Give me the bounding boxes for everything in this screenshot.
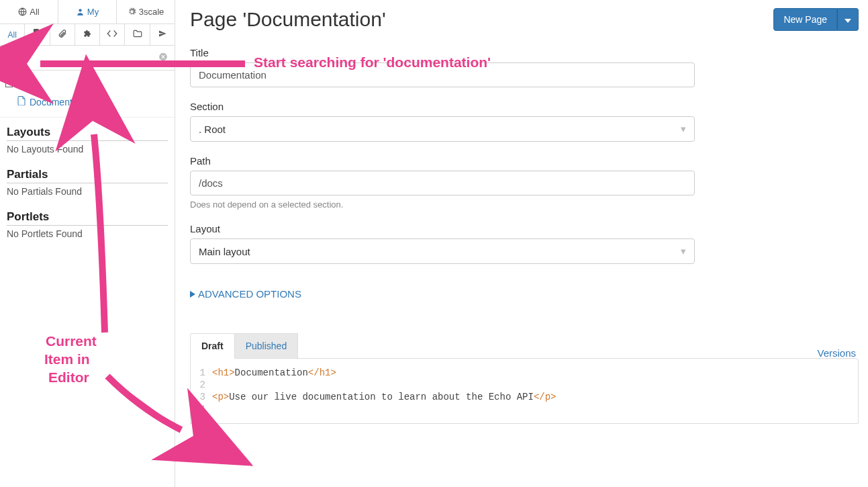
versions-link[interactable]: Versions [817, 347, 859, 359]
main-header: Page 'Documentation' New Page [190, 8, 859, 31]
code-editor[interactable]: 1 <h1>Documentation</h1> 2 3 <p>Use our … [190, 358, 859, 424]
field-layout: Layout Main layout ▾ [190, 223, 859, 264]
chevron-down-icon: ▾ [681, 245, 686, 257]
caret-down-icon [845, 15, 851, 25]
scope-tab-3scale[interactable]: 3scale [117, 0, 175, 24]
filter-tab-attachment[interactable] [50, 24, 75, 45]
path-label: Path [190, 155, 859, 167]
clear-search-icon[interactable] [158, 52, 168, 64]
new-page-group: New Page [773, 8, 859, 31]
tree-root[interactable]: Root [5, 77, 169, 91]
filter-tab-send[interactable] [150, 24, 175, 45]
user-icon [76, 7, 85, 16]
page-title: Page 'Documentation' [190, 8, 386, 31]
field-title: Title [190, 47, 859, 87]
line-number: 3 [191, 392, 212, 402]
content-tree: Root Documentation [0, 71, 175, 118]
search-row [0, 46, 175, 71]
layout-value: Main layout [199, 246, 250, 257]
scope-tabs: All My 3scale [0, 0, 175, 24]
sidebar-partials: Partials No Partials Found [0, 160, 175, 202]
advanced-options-label: ADVANCED OPTIONS [198, 288, 301, 300]
new-page-dropdown[interactable] [837, 8, 859, 31]
editor-bar: Draft Published Versions [190, 333, 859, 359]
partials-title: Partials [7, 168, 168, 183]
caret-right-icon [190, 288, 195, 300]
scope-tab-my-label: My [87, 7, 99, 17]
folder-icon [133, 30, 142, 40]
layout-select[interactable]: Main layout ▾ [190, 238, 695, 264]
send-icon [158, 30, 166, 40]
partials-empty: No Partials Found [7, 186, 168, 197]
field-path: Path Does not depend on a selected secti… [190, 155, 859, 210]
filter-tab-plugin[interactable] [75, 24, 100, 45]
code-line: 2 [191, 379, 858, 391]
paperclip-icon [58, 29, 67, 40]
path-input[interactable] [190, 171, 695, 195]
tab-draft[interactable]: Draft [190, 333, 235, 359]
file-icon [17, 96, 26, 107]
code-icon [107, 30, 117, 40]
layouts-title: Layouts [7, 126, 168, 141]
svg-point-1 [79, 9, 81, 11]
tab-published[interactable]: Published [234, 333, 299, 359]
advanced-options-toggle[interactable]: ADVANCED OPTIONS [190, 288, 859, 300]
section-value: . Root [199, 124, 226, 135]
main-content: Page 'Documentation' New Page Title Sect… [175, 0, 868, 487]
tree-item-documentation[interactable]: Documentation [5, 91, 169, 110]
filter-tab-folder[interactable] [125, 24, 150, 45]
code-line: 3 <p>Use our live documentation to learn… [191, 391, 858, 403]
sidebar: All My 3scale All [0, 0, 175, 487]
collapse-icon [5, 79, 13, 89]
filter-tab-all[interactable]: All [0, 24, 25, 45]
puzzle-icon [83, 29, 92, 40]
search-input[interactable] [5, 50, 169, 66]
tree-item-label: Documentation [30, 97, 93, 107]
gear-icon [128, 7, 136, 16]
section-select[interactable]: . Root ▾ [190, 116, 695, 142]
chevron-down-icon: ▾ [681, 123, 686, 135]
code-line: 4 [191, 403, 858, 415]
scope-tab-all-label: All [30, 7, 39, 17]
path-help: Does not depend on a selected section. [190, 200, 859, 210]
scope-tab-all[interactable]: All [0, 0, 58, 24]
sidebar-portlets: Portlets No Portlets Found [0, 202, 175, 245]
title-input[interactable] [190, 62, 695, 87]
section-label: Section [190, 101, 859, 112]
field-section: Section . Root ▾ [190, 101, 859, 142]
layout-label: Layout [190, 223, 859, 234]
globe-icon [18, 7, 27, 16]
filter-tab-page[interactable] [25, 24, 50, 45]
tree-root-label: Root [15, 79, 36, 89]
layouts-empty: No Layouts Found [7, 144, 168, 154]
filter-tabs: All [0, 24, 175, 46]
line-number: 1 [191, 367, 212, 378]
portlets-empty: No Portlets Found [7, 228, 168, 239]
scope-tab-my[interactable]: My [58, 0, 117, 24]
portlets-title: Portlets [7, 210, 168, 226]
sidebar-layouts: Layouts No Layouts Found [0, 118, 175, 160]
scope-tab-3scale-label: 3scale [139, 7, 164, 17]
editor-tabs: Draft Published [190, 333, 297, 359]
code-line: 1 <h1>Documentation</h1> [191, 367, 858, 379]
new-page-button[interactable]: New Page [773, 8, 837, 31]
title-label: Title [190, 47, 859, 58]
line-number: 4 [191, 404, 212, 414]
page-icon [33, 29, 41, 40]
line-number: 2 [191, 380, 212, 390]
filter-tab-code[interactable] [100, 24, 125, 45]
